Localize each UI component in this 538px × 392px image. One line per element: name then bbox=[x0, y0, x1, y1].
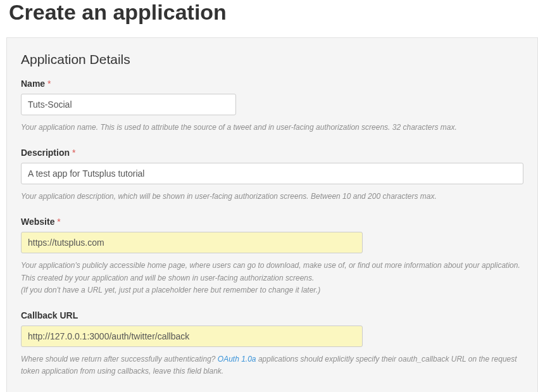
callback-url-help-prefix: Where should we return after successfull… bbox=[21, 355, 218, 364]
callback-url-label: Callback URL bbox=[21, 310, 523, 320]
website-input[interactable] bbox=[21, 232, 363, 253]
name-input[interactable] bbox=[21, 94, 236, 115]
description-label-text: Description bbox=[21, 148, 70, 158]
description-help-text: Your application description, which will… bbox=[21, 191, 523, 203]
website-help-text: Your application's publicly accessible h… bbox=[21, 260, 523, 296]
name-help-text: Your application name. This is used to a… bbox=[21, 122, 523, 134]
name-field-group: Name * Your application name. This is us… bbox=[21, 79, 523, 134]
page-title: Create an application bbox=[0, 0, 538, 37]
required-indicator: * bbox=[47, 79, 51, 89]
website-label: Website * bbox=[21, 217, 523, 227]
website-help-line1: Your application's publicly accessible h… bbox=[21, 261, 520, 282]
description-input[interactable] bbox=[21, 163, 523, 184]
callback-url-label-text: Callback URL bbox=[21, 310, 78, 320]
website-help-line2: (If you don't have a URL yet, just put a… bbox=[21, 286, 320, 294]
description-field-group: Description * Your application descripti… bbox=[21, 148, 523, 203]
name-label: Name * bbox=[21, 79, 523, 89]
panel-title: Application Details bbox=[21, 52, 523, 67]
required-indicator: * bbox=[72, 148, 75, 158]
name-label-text: Name bbox=[21, 79, 45, 89]
website-label-text: Website bbox=[21, 217, 54, 227]
description-label: Description * bbox=[21, 148, 523, 158]
callback-url-help-text: Where should we return after successfull… bbox=[21, 353, 523, 377]
application-details-panel: Application Details Name * Your applicat… bbox=[6, 37, 538, 392]
callback-url-field-group: Callback URL Where should we return afte… bbox=[21, 310, 523, 377]
callback-url-input[interactable] bbox=[21, 326, 363, 347]
oauth-link[interactable]: OAuth 1.0a bbox=[218, 355, 256, 364]
website-field-group: Website * Your application's publicly ac… bbox=[21, 217, 523, 296]
required-indicator: * bbox=[57, 217, 60, 227]
